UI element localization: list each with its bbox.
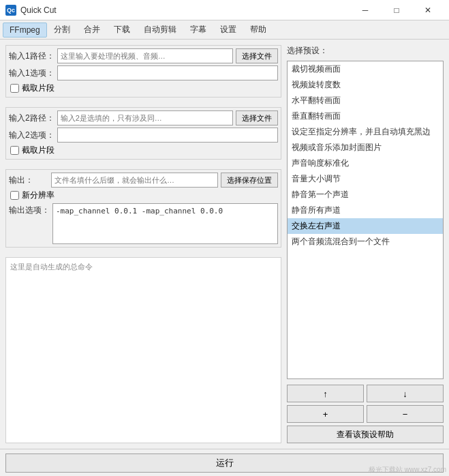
input2-select-button[interactable]: 选择文件 [236, 110, 278, 125]
preset-item[interactable]: 音量大小调节 [288, 171, 443, 187]
input2-group: 输入2路径： 选择文件 输入2选项： 截取片段 [5, 107, 281, 160]
output-path-row: 输出： 选择保存位置 [9, 173, 278, 188]
preset-move-row: ↑ ↓ [287, 385, 444, 402]
menu-split[interactable]: 分割 [47, 21, 77, 38]
preset-item[interactable]: 视频或音乐添加封面图片 [288, 140, 443, 155]
preset-item[interactable]: 设定至指定分辨率，并且自动填充黑边 [288, 124, 443, 140]
preset-item[interactable]: 视频旋转度数 [288, 77, 443, 93]
input2-clip-checkbox[interactable] [10, 146, 19, 155]
menu-merge[interactable]: 合并 [77, 21, 107, 38]
preset-item[interactable]: 裁切视频画面 [288, 61, 443, 77]
watermark: 极光下载站 www.xz7.com [369, 465, 446, 475]
output-options-field[interactable] [52, 203, 278, 244]
input2-path-row: 输入2路径： 选择文件 [9, 110, 278, 125]
preset-controls: ↑ ↓ + − 查看该预设帮助 [287, 385, 444, 443]
title-bar: Qc Quick Cut ─ □ ✕ [0, 0, 449, 20]
input2-path-label: 输入2路径： [9, 113, 55, 124]
preset-remove-button[interactable]: − [367, 405, 444, 423]
preset-item[interactable]: 静音第一个声道 [288, 187, 443, 203]
input1-option-label: 输入1选项： [9, 68, 55, 79]
output-resolution-checkbox[interactable] [10, 191, 19, 200]
input1-clip-row: 截取片段 [10, 83, 278, 94]
preset-up-button[interactable]: ↑ [287, 385, 364, 402]
main-content: 输入1路径： 选择文件 输入1选项： 截取片段 输入2路径： 选择文件 输入 [0, 40, 449, 449]
input1-option-row: 输入1选项： [9, 65, 278, 80]
output-options-row: 输出选项： [9, 203, 278, 244]
title-bar-controls: ─ □ ✕ [350, 0, 444, 20]
preset-item[interactable]: 垂直翻转画面 [288, 108, 443, 124]
menu-subtitle[interactable]: 字幕 [183, 21, 213, 38]
preset-down-button[interactable]: ↓ [367, 385, 444, 402]
right-panel: 选择预设： 裁切视频画面视频旋转度数水平翻转画面垂直翻转画面设定至指定分辨率，并… [287, 45, 444, 443]
input1-path-label: 输入1路径： [9, 50, 55, 62]
input1-clip-label: 截取片段 [22, 83, 55, 94]
preset-item[interactable]: 两个音频流混合到一个文件 [288, 234, 443, 250]
input2-option-label: 输入2选项： [9, 130, 55, 141]
input1-path-field[interactable] [57, 48, 233, 63]
preset-item[interactable]: 交换左右声道 [288, 218, 443, 234]
input2-option-row: 输入2选项： [9, 128, 278, 143]
minimize-button[interactable]: ─ [350, 0, 381, 20]
menu-auto-edit[interactable]: 自动剪辑 [137, 21, 183, 38]
preset-item[interactable]: 水平翻转画面 [288, 93, 443, 108]
menu-ffmpeg[interactable]: FFmpeg [3, 23, 47, 38]
preset-add-button[interactable]: + [287, 405, 364, 423]
input1-option-field[interactable] [57, 65, 278, 80]
close-button[interactable]: ✕ [412, 0, 444, 20]
preset-add-remove-row: + − [287, 405, 444, 423]
preset-label: 选择预设： [287, 45, 444, 57]
menu-bar: FFmpeg 分割 合并 下载 自动剪辑 字幕 设置 帮助 [0, 20, 449, 40]
output-path-label: 输出： [9, 175, 48, 186]
input2-option-field[interactable] [57, 128, 278, 143]
left-panel: 输入1路径： 选择文件 输入1选项： 截取片段 输入2路径： 选择文件 输入 [5, 45, 281, 443]
menu-download[interactable]: 下载 [107, 21, 137, 38]
output-select-button[interactable]: 选择保存位置 [221, 173, 278, 188]
input2-clip-row: 截取片段 [10, 145, 278, 156]
output-group: 输出： 选择保存位置 新分辨率 输出选项： [5, 169, 281, 248]
input2-path-field[interactable] [57, 110, 233, 125]
auto-cmd-area: 这里是自动生成的总命令 [5, 257, 281, 443]
menu-help[interactable]: 帮助 [243, 21, 273, 38]
input1-clip-checkbox[interactable] [10, 84, 19, 93]
output-options-label: 输出选项： [9, 205, 50, 216]
app-title: Quick Cut [20, 5, 57, 15]
output-resolution-label: 新分辨率 [22, 190, 55, 201]
menu-settings[interactable]: 设置 [213, 21, 243, 38]
maximize-button[interactable]: □ [381, 0, 412, 20]
preset-item[interactable]: 静音所有声道 [288, 203, 443, 218]
preset-item[interactable]: 声音响度标准化 [288, 155, 443, 171]
auto-cmd-placeholder: 这里是自动生成的总命令 [10, 263, 93, 271]
output-resolution-row: 新分辨率 [10, 190, 278, 201]
app-icon: Qc [5, 5, 16, 16]
output-path-field[interactable] [51, 173, 218, 188]
title-bar-left: Qc Quick Cut [5, 5, 57, 16]
preset-help-button[interactable]: 查看该预设帮助 [287, 426, 444, 443]
input2-clip-label: 截取片段 [22, 145, 55, 156]
input1-group: 输入1路径： 选择文件 输入1选项： 截取片段 [5, 45, 281, 98]
preset-list[interactable]: 裁切视频画面视频旋转度数水平翻转画面垂直翻转画面设定至指定分辨率，并且自动填充黑… [287, 61, 444, 379]
input1-select-button[interactable]: 选择文件 [236, 48, 278, 63]
input1-path-row: 输入1路径： 选择文件 [9, 48, 278, 63]
